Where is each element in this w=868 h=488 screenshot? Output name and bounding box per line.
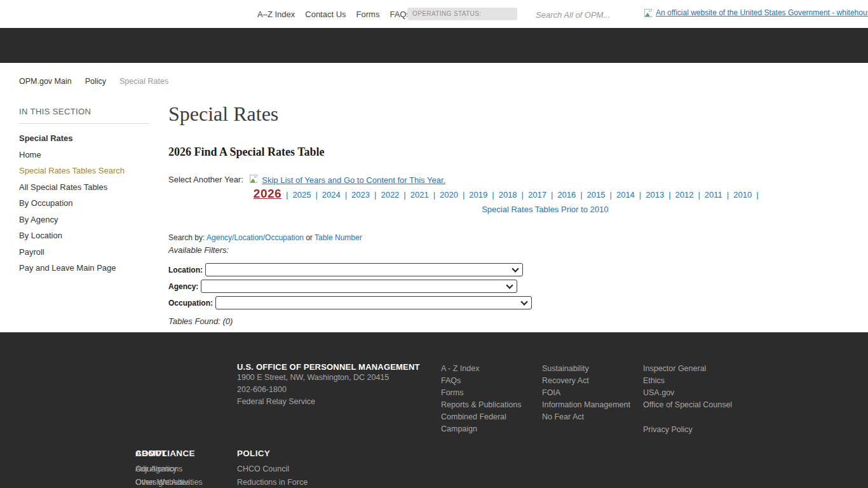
available-filters-label: Available Filters:: [168, 245, 858, 255]
sidebar-item-by-location[interactable]: By Location: [19, 231, 62, 240]
agency-label: Agency:: [168, 282, 198, 291]
footer-policy-heading: POLICY: [237, 449, 364, 458]
filter-controls: Location: Agency: Occupation:: [168, 263, 858, 309]
footer-faqs-link[interactable]: FAQs: [441, 375, 522, 387]
year-link-2018[interactable]: 2018: [487, 190, 517, 200]
section-sidebar: IN THIS SECTION Special Rates Home Speci…: [19, 107, 149, 276]
footer-agency-phone: 202-606-1800: [237, 384, 420, 396]
footer-info-mgmt-link[interactable]: Information Management: [542, 399, 637, 411]
breadcrumb-policy[interactable]: Policy: [85, 77, 106, 86]
year-link-2015[interactable]: 2015: [576, 190, 605, 200]
occupation-label: Occupation:: [168, 299, 213, 308]
year-selector-label: Select Another Year:: [168, 172, 243, 216]
nav-az-index[interactable]: A–Z Index: [257, 10, 295, 19]
sidebar-item-payroll[interactable]: Payroll: [19, 247, 44, 257]
footer-privacy-policy-link[interactable]: Privacy Policy: [643, 424, 745, 436]
location-label: Location:: [168, 266, 203, 274]
year-link-2023[interactable]: 2023: [341, 190, 370, 200]
sidebar-item-special-rates[interactable]: Special Rates: [19, 133, 73, 143]
sidebar-item-all-tables[interactable]: All Special Rates Tables: [19, 182, 107, 192]
sidebar-item-pay-leave[interactable]: Pay and Leave Main Page: [19, 263, 116, 273]
skip-years-link[interactable]: Skip List of Years and Go to Content for…: [262, 175, 445, 185]
breadcrumb: OPM.gov Main Policy Special Rates: [19, 77, 168, 86]
search-by-or: or: [306, 233, 313, 242]
year-link-2016[interactable]: 2016: [546, 190, 576, 200]
year-link-2014[interactable]: 2014: [606, 190, 635, 200]
sidebar-item-tables-search[interactable]: Special Rates Tables Search: [19, 166, 125, 175]
footer-agency-address: 1900 E Street, NW, Washington, DC 20415: [237, 372, 420, 384]
nav-contact-us[interactable]: Contact Us: [305, 10, 346, 19]
search-by-row: Search by: Agency/Location/Occupation or…: [168, 233, 858, 242]
location-filter-row: Location:: [168, 263, 858, 276]
broken-image-icon: [250, 173, 259, 186]
footer-agency-block: U.S. OFFICE OF PERSONNEL MANAGEMENT 1900…: [237, 362, 420, 408]
agency-filter-row: Agency:: [168, 280, 858, 293]
year-link-2011[interactable]: 2011: [693, 190, 722, 200]
footer-links-col3: Inspector General Ethics USA.gov Office …: [643, 363, 745, 436]
year-link-2022[interactable]: 2022: [370, 190, 399, 200]
footer-az-index-link[interactable]: A - Z Index: [441, 363, 522, 375]
main-column: Special Rates 2026 Find A Special Rates …: [168, 102, 858, 326]
search-input[interactable]: [534, 7, 629, 22]
occupation-filter-row: Occupation:: [168, 296, 858, 309]
breadcrumb-current: Special Rates: [119, 77, 168, 86]
search-by-alo-link[interactable]: Agency/Location/Occupation: [207, 233, 304, 242]
prior-to-2010-link[interactable]: Special Rates Tables Prior to 2010: [482, 205, 608, 214]
agency-select[interactable]: [201, 280, 517, 293]
year-link-2021[interactable]: 2021: [399, 190, 428, 200]
sidebar-item-by-agency[interactable]: By Agency: [19, 215, 58, 224]
footer-chco-council-link[interactable]: CHCO Council: [237, 463, 364, 476]
year-link-2019[interactable]: 2019: [458, 190, 487, 200]
content-area: OPM.gov Main Policy Special Rates IN THI…: [0, 63, 868, 332]
year-selector: Select Another Year: Skip List of Years …: [168, 172, 858, 216]
utility-bar: A–Z Index Contact Us Forms FAQs OPERATIN…: [0, 0, 868, 28]
page-title: Special Rates: [168, 102, 858, 126]
tables-found-label: Tables Found: (0): [168, 316, 858, 326]
footer-links-col2: Sustainability Recovery Act FOIA Informa…: [542, 363, 637, 423]
header-band: [0, 28, 868, 63]
official-website-text: An official website of the United States…: [656, 8, 868, 17]
occupation-select[interactable]: [215, 296, 532, 309]
sidebar-item-by-occupation[interactable]: By Occupation: [19, 198, 73, 208]
footer-policy-section: POLICY CHCO Council Reductions in Force: [237, 449, 364, 488]
location-select[interactable]: [205, 263, 523, 276]
footer-ethics-link[interactable]: Ethics: [643, 375, 745, 387]
year-link-2012[interactable]: 2012: [664, 190, 693, 200]
sidebar-item-home[interactable]: Home: [19, 150, 41, 159]
year-link-2010[interactable]: 2010: [722, 190, 759, 200]
year-links: Skip List of Years and Go to Content for…: [250, 172, 841, 216]
sidebar-heading: IN THIS SECTION: [19, 107, 149, 116]
footer-usagov-link[interactable]: USA.gov: [643, 387, 745, 399]
footer-recovery-act-link[interactable]: Recovery Act: [542, 375, 637, 387]
year-link-2024[interactable]: 2024: [311, 190, 340, 200]
sidebar-divider: [19, 123, 149, 124]
year-link-2020[interactable]: 2020: [429, 190, 458, 200]
utility-nav: A–Z Index Contact Us Forms FAQs: [257, 0, 410, 28]
year-link-2025[interactable]: 2025: [281, 190, 311, 200]
footer-forms-link[interactable]: Forms: [441, 387, 522, 399]
footer-cfc-link[interactable]: Combined Federal Campaign: [441, 411, 522, 435]
breadcrumb-opm-main[interactable]: OPM.gov Main: [19, 77, 72, 86]
footer-relay-link[interactable]: Federal Relay Service: [237, 397, 315, 406]
footer-foia-link[interactable]: FOIA: [542, 387, 637, 399]
footer-sustainability-link[interactable]: Sustainability: [542, 363, 637, 375]
sidebar-list: Special Rates Home Special Rates Tables …: [19, 130, 149, 276]
footer-no-fear-act-link[interactable]: No Fear Act: [542, 411, 637, 423]
footer-links-col1: A - Z Index FAQs Forms Reports & Publica…: [441, 363, 522, 435]
search-by-table-number-link[interactable]: Table Number: [315, 233, 362, 242]
year-link-2013[interactable]: 2013: [635, 190, 664, 200]
footer: U.S. OFFICE OF PERSONNEL MANAGEMENT 1900…: [0, 332, 868, 488]
year-link-2017[interactable]: 2017: [517, 190, 546, 200]
find-table-heading: 2026 Find A Special Rates Table: [168, 146, 858, 159]
footer-rif-link[interactable]: Reductions in Force: [237, 476, 364, 488]
broken-image-icon: [644, 9, 654, 19]
operating-status-badge[interactable]: OPERATING STATUS:: [407, 8, 517, 20]
official-website-link[interactable]: An official website of the United States…: [644, 8, 868, 19]
opm-page: A–Z Index Contact Us Forms FAQs OPERATIN…: [0, 0, 868, 488]
nav-forms[interactable]: Forms: [356, 10, 380, 19]
footer-special-counsel-link[interactable]: Office of Special Counsel: [643, 399, 745, 411]
footer-reports-link[interactable]: Reports & Publications: [441, 399, 522, 411]
footer-inspector-general-link[interactable]: Inspector General: [643, 363, 745, 375]
search-by-label: Search by:: [168, 233, 205, 242]
current-year: 2026: [254, 187, 281, 200]
